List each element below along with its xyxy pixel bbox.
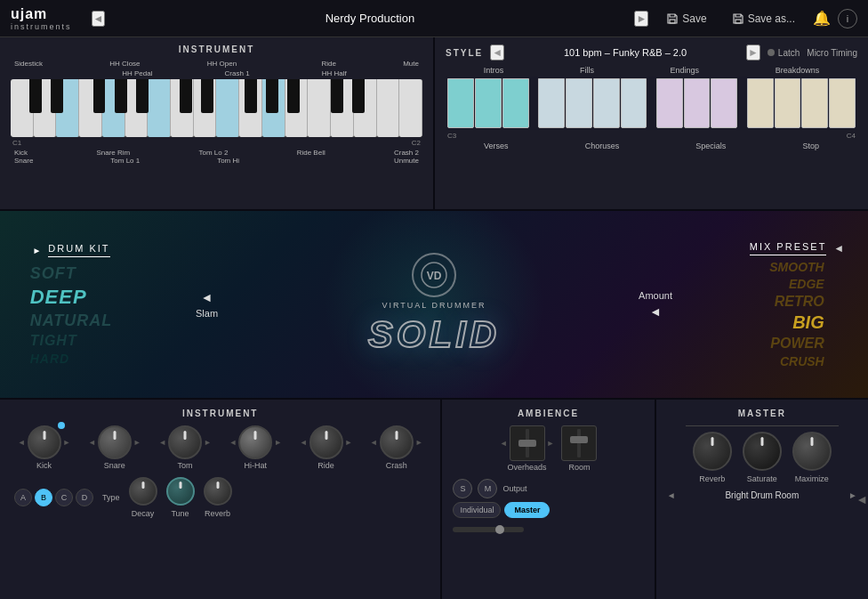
overheads-arrow-left[interactable]: ◄ bbox=[500, 439, 508, 448]
output-fader[interactable] bbox=[453, 527, 524, 532]
c-button[interactable]: C bbox=[55, 489, 73, 506]
style-key-13[interactable] bbox=[801, 78, 828, 128]
kit-option-natural[interactable]: NATURAL bbox=[30, 312, 113, 330]
mix-edge[interactable]: EDGE bbox=[789, 277, 824, 291]
inst-key-10[interactable] bbox=[216, 79, 239, 137]
reverb-knob-b[interactable] bbox=[204, 477, 232, 506]
decay-knob[interactable] bbox=[129, 477, 157, 506]
inst-key-12[interactable] bbox=[262, 79, 285, 137]
inst-key-2[interactable] bbox=[34, 79, 57, 137]
b-button[interactable]: B bbox=[35, 489, 52, 506]
style-key-10[interactable] bbox=[711, 78, 737, 128]
overheads-arrow-right[interactable]: ► bbox=[547, 439, 555, 448]
hihat-knob[interactable] bbox=[238, 425, 272, 459]
kick-arrow-left[interactable]: ◄ bbox=[18, 438, 26, 447]
kit-option-soft[interactable]: SOFT bbox=[30, 264, 76, 283]
inst-key-16[interactable] bbox=[354, 79, 377, 137]
style-key-8[interactable] bbox=[656, 78, 683, 128]
ride-knob[interactable] bbox=[309, 425, 343, 459]
slam-control[interactable]: ◄ Slam bbox=[196, 290, 218, 319]
style-key-2[interactable] bbox=[475, 78, 502, 128]
nav-prev-button[interactable]: ◄ bbox=[92, 11, 106, 27]
save-button[interactable]: Save bbox=[659, 9, 713, 28]
style-key-5[interactable] bbox=[566, 78, 592, 128]
master-maximize-knob[interactable] bbox=[792, 432, 832, 471]
a-button[interactable]: A bbox=[14, 489, 32, 506]
inst-key-3[interactable] bbox=[56, 79, 79, 137]
drum-kit-arrow[interactable]: ► bbox=[32, 246, 41, 255]
tom-arrow-right[interactable]: ► bbox=[204, 438, 212, 447]
type-label: Type bbox=[102, 493, 120, 502]
tom-knob[interactable] bbox=[168, 425, 202, 459]
style-key-1[interactable] bbox=[447, 78, 474, 128]
crash-knob[interactable] bbox=[380, 425, 414, 459]
info-icon[interactable]: i bbox=[838, 9, 857, 28]
snare-arrow-left[interactable]: ◄ bbox=[88, 438, 96, 447]
tune-knob[interactable] bbox=[166, 477, 195, 506]
style-key-7[interactable] bbox=[621, 78, 647, 128]
style-key-12[interactable] bbox=[775, 78, 801, 128]
kick-arrow-right[interactable]: ► bbox=[63, 438, 71, 447]
style-key-6[interactable] bbox=[593, 78, 620, 128]
individual-button[interactable]: Individual bbox=[453, 502, 501, 518]
inst-key-17[interactable] bbox=[377, 79, 400, 137]
master-reverb-item: Reverb bbox=[693, 432, 732, 483]
crash-arrow-left[interactable]: ◄ bbox=[370, 438, 378, 447]
instrument-keyboard[interactable] bbox=[11, 79, 422, 137]
snare-knob[interactable] bbox=[98, 425, 132, 459]
mix-preset-arrow[interactable]: ◄ bbox=[833, 242, 844, 255]
inst-key-14[interactable] bbox=[308, 79, 331, 137]
kick-knob[interactable] bbox=[28, 425, 61, 459]
snare-arrow-right[interactable]: ► bbox=[133, 438, 141, 447]
inst-key-11[interactable] bbox=[239, 79, 262, 137]
notification-icon[interactable]: 🔔 bbox=[813, 10, 831, 27]
master-right-arrow[interactable]: ◄ bbox=[856, 492, 868, 506]
output-fader-thumb[interactable] bbox=[495, 525, 504, 534]
save-as-button[interactable]: Save as... bbox=[725, 9, 802, 28]
mix-big[interactable]: BIG bbox=[792, 312, 824, 333]
amount-control[interactable]: Amount ◄ bbox=[639, 290, 672, 319]
kit-option-deep[interactable]: DEEP bbox=[30, 286, 87, 309]
s-button[interactable]: S bbox=[453, 479, 472, 498]
inst-key-1[interactable] bbox=[11, 79, 34, 137]
nav-next-button[interactable]: ► bbox=[634, 11, 648, 27]
latch-control[interactable]: Latch bbox=[768, 48, 800, 58]
style-key-9[interactable] bbox=[684, 78, 711, 128]
mix-crush[interactable]: CRUSH bbox=[780, 354, 824, 368]
m-button[interactable]: M bbox=[478, 479, 497, 498]
ride-arrow-left[interactable]: ◄ bbox=[300, 438, 308, 447]
style-key-4[interactable] bbox=[538, 78, 565, 128]
kit-option-tight[interactable]: TIGHT bbox=[30, 333, 77, 349]
tom-arrow-left[interactable]: ◄ bbox=[158, 438, 166, 447]
hihat-arrow-left[interactable]: ◄ bbox=[229, 438, 237, 447]
inst-key-7[interactable] bbox=[148, 79, 171, 137]
style-keyboard[interactable] bbox=[446, 77, 857, 130]
inst-key-18[interactable] bbox=[399, 79, 422, 137]
inst-key-13[interactable] bbox=[285, 79, 309, 137]
crash-arrow-right[interactable]: ► bbox=[415, 438, 423, 447]
inst-key-6[interactable] bbox=[125, 79, 149, 137]
hihat-arrow-right[interactable]: ► bbox=[274, 438, 282, 447]
mix-retro[interactable]: RETRO bbox=[775, 294, 824, 310]
style-key-11[interactable] bbox=[747, 78, 774, 128]
mix-power[interactable]: POWER bbox=[770, 336, 824, 352]
snare-knob-row: ◄ ► bbox=[88, 425, 141, 459]
style-key-3[interactable] bbox=[502, 78, 529, 128]
reverb-preset-prev[interactable]: ◄ bbox=[667, 490, 676, 500]
inst-key-9[interactable] bbox=[194, 79, 217, 137]
svg-rect-7 bbox=[570, 436, 588, 443]
master-saturate-knob[interactable] bbox=[743, 432, 782, 471]
d-button[interactable]: D bbox=[76, 489, 93, 506]
style-next-button[interactable]: ► bbox=[746, 45, 760, 61]
style-key-14[interactable] bbox=[829, 78, 856, 128]
inst-key-4[interactable] bbox=[79, 79, 102, 137]
ride-arrow-right[interactable]: ► bbox=[345, 438, 353, 447]
master-mode-button[interactable]: Master bbox=[504, 502, 550, 518]
style-prev-button[interactable]: ◄ bbox=[490, 45, 504, 61]
mix-smooth[interactable]: SMOOTH bbox=[769, 260, 824, 274]
inst-key-5[interactable] bbox=[102, 79, 125, 137]
kit-option-hard[interactable]: HARD bbox=[30, 352, 69, 366]
inst-key-15[interactable] bbox=[331, 79, 354, 137]
inst-key-8[interactable] bbox=[171, 79, 194, 137]
master-reverb-knob[interactable] bbox=[693, 432, 732, 471]
